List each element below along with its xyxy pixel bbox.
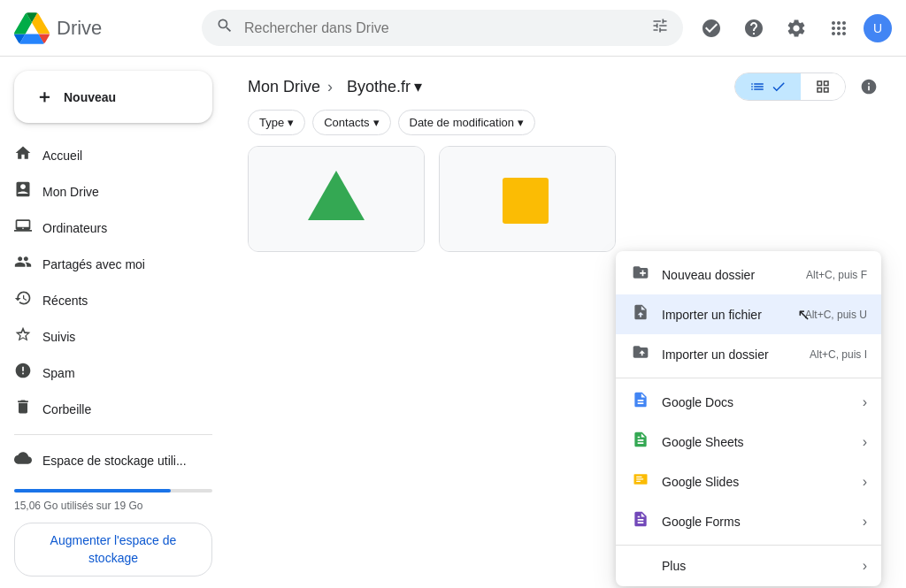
search-icon (216, 17, 234, 39)
google-sheets-icon (630, 431, 651, 453)
sidebar-item-suivis[interactable]: Suivis (0, 318, 212, 355)
svg-rect-4 (636, 478, 643, 479)
spam-icon (14, 362, 32, 384)
plus-icon: ＋ (35, 85, 53, 109)
search-input[interactable] (244, 20, 641, 36)
filter-date-arrow: ▾ (518, 116, 524, 129)
filter-date-label: Date de modification (410, 116, 515, 129)
sidebar-item-partages[interactable]: Partagés avec moi (0, 246, 212, 282)
menu-item-importer-dossier[interactable]: Importer un dossier Alt+C, puis I (616, 334, 881, 374)
apps-button[interactable] (821, 11, 856, 46)
filter-type-arrow: ▾ (288, 116, 294, 129)
menu-item-google-forms[interactable]: Google Forms › (616, 501, 881, 541)
sidebar-label-ordinateurs: Ordinateurs (42, 221, 107, 235)
filter-contacts-button[interactable]: Contacts ▾ (312, 110, 390, 135)
sidebar-label-recents: Récents (42, 294, 88, 308)
list-view-button[interactable] (735, 73, 801, 100)
context-menu-overlay: Nouveau dossier Alt+C, puis F Importer u… (616, 251, 881, 586)
breadcrumb-current-label: Byothe.fr (347, 78, 411, 96)
folder-card-1[interactable] (248, 146, 425, 252)
trash-icon (14, 398, 32, 420)
filter-bar: Type ▾ Contacts ▾ Date de modification ▾ (226, 110, 906, 146)
menu-divider-1 (616, 378, 881, 378)
sidebar-item-stockage[interactable]: Espace de stockage utili... (0, 442, 212, 478)
computer-icon (14, 217, 32, 239)
menu-label-importer-dossier: Importer un dossier (662, 347, 799, 362)
cloud-icon (14, 449, 32, 471)
menu-arrow-plus: › (863, 558, 867, 574)
menu-item-google-sheets[interactable]: Google Sheets › (616, 422, 881, 462)
new-button[interactable]: ＋ Nouveau (14, 71, 212, 123)
drive-logo-icon (14, 11, 50, 46)
sidebar-item-accueil[interactable]: Accueil (0, 137, 212, 173)
google-docs-icon (630, 391, 651, 413)
menu-item-importer-fichier[interactable]: Importer un fichier Alt+C, puis U ↖ (616, 294, 881, 334)
avatar[interactable]: U (864, 14, 892, 42)
menu-arrow-slides: › (863, 474, 867, 490)
folder-thumb-2 (440, 147, 615, 251)
sidebar-label-accueil: Accueil (42, 149, 82, 163)
search-bar[interactable] (202, 10, 683, 46)
menu-divider-2 (616, 545, 881, 546)
sidebar-item-spam[interactable]: Spam (0, 355, 212, 391)
menu-arrow-docs: › (863, 394, 867, 410)
settings-button[interactable] (779, 11, 814, 46)
sidebar-label-mon-drive: Mon Drive (42, 185, 99, 199)
menu-label-google-sheets: Google Sheets (662, 435, 852, 449)
star-icon (14, 325, 32, 347)
menu-label-plus: Plus (662, 559, 852, 573)
google-forms-icon (630, 510, 651, 532)
sidebar-item-mon-drive[interactable]: Mon Drive (0, 173, 212, 210)
sidebar-label-spam: Spam (42, 366, 75, 380)
breadcrumb-bar: Mon Drive › Byothe.fr ▾ (226, 57, 906, 110)
view-toggle-group (734, 73, 846, 101)
sidebar-label-suivis: Suivis (42, 330, 75, 344)
app-name: Drive (57, 17, 102, 40)
sidebar-item-corbeille[interactable]: Corbeille (0, 391, 212, 427)
menu-item-google-docs[interactable]: Google Docs › (616, 382, 881, 422)
menu-shortcut-nouveau-dossier: Alt+C, puis F (806, 269, 867, 281)
info-button[interactable] (853, 71, 885, 103)
sidebar-label-partages: Partagés avec moi (42, 257, 145, 271)
sidebar-item-ordinateurs[interactable]: Ordinateurs (0, 210, 212, 246)
breadcrumb-current[interactable]: Byothe.fr ▾ (340, 73, 429, 100)
help-button[interactable] (736, 11, 772, 46)
breadcrumb-root[interactable]: Mon Drive (248, 78, 320, 96)
sidebar: ＋ Nouveau Accueil Mon Drive Ordinateurs (0, 57, 226, 588)
file-upload-icon (630, 303, 651, 325)
grid-view-button[interactable] (801, 73, 845, 100)
account-check-button[interactable] (694, 11, 729, 46)
filter-date-button[interactable]: Date de modification ▾ (398, 110, 536, 135)
folder-upload-icon (630, 343, 651, 365)
folder-card-2[interactable] (439, 146, 616, 252)
menu-label-importer-fichier: Importer un fichier (662, 308, 795, 322)
storage-text: 15,06 Go utilisés sur 19 Go (14, 500, 212, 512)
svg-rect-1 (503, 178, 549, 224)
drive-icon (14, 180, 32, 202)
menu-label-google-docs: Google Docs (662, 395, 852, 409)
menu-label-google-forms: Google Forms (662, 515, 852, 529)
menu-label-nouveau-dossier: Nouveau dossier (662, 268, 795, 282)
filter-type-label: Type (259, 116, 284, 129)
sidebar-divider (14, 434, 212, 435)
storage-section: 15,06 Go utilisés sur 19 Go Augmenter l'… (0, 478, 226, 587)
sidebar-item-recents[interactable]: Récents (0, 282, 212, 318)
filter-type-button[interactable]: Type ▾ (248, 110, 305, 135)
storage-bar-fill (14, 489, 171, 493)
view-actions (734, 71, 885, 103)
menu-label-google-slides: Google Slides (662, 475, 852, 489)
tune-icon[interactable] (651, 17, 669, 39)
upgrade-button[interactable]: Augmenter l'espace de stockage (14, 523, 212, 577)
menu-shortcut-importer-dossier: Alt+C, puis I (810, 348, 867, 361)
main-layout: ＋ Nouveau Accueil Mon Drive Ordinateurs (0, 57, 906, 588)
menu-arrow-sheets: › (863, 434, 867, 450)
menu-item-google-slides[interactable]: Google Slides › (616, 462, 881, 501)
menu-item-plus[interactable]: Plus › (616, 549, 881, 583)
filter-contacts-arrow: ▾ (373, 116, 380, 129)
folder-thumb-1 (249, 147, 424, 251)
people-icon (14, 253, 32, 275)
app-logo: Drive (14, 11, 191, 46)
breadcrumb-separator: › (327, 78, 333, 96)
context-menu: Nouveau dossier Alt+C, puis F Importer u… (616, 251, 881, 586)
menu-item-nouveau-dossier[interactable]: Nouveau dossier Alt+C, puis F (616, 255, 881, 294)
